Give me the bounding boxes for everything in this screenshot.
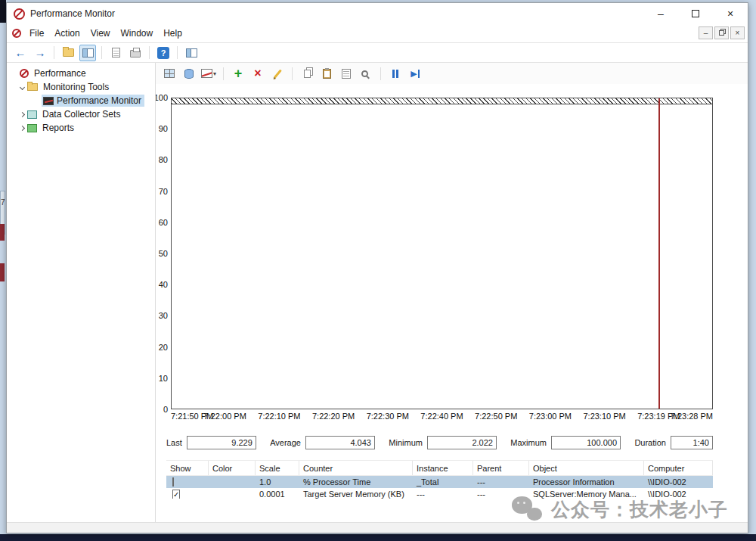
performance-root-icon	[20, 69, 29, 78]
back-button[interactable]: ←	[12, 45, 29, 61]
performance-monitor-window: Performance Monitor – × File Action View…	[6, 2, 748, 533]
mmc-child-window-controls: – ×	[699, 26, 745, 39]
chevron-right-icon[interactable]	[20, 111, 25, 117]
show-checkbox[interactable]: ✓	[172, 490, 180, 499]
taskbar-strip	[0, 534, 756, 541]
paste-counter-list-button[interactable]	[319, 65, 334, 82]
stat-value-box: 4.043	[305, 436, 375, 449]
magnifier-icon	[361, 70, 368, 77]
action-pane-icon	[186, 48, 197, 58]
background-artifact	[0, 224, 5, 241]
stat-value-box: 2.022	[427, 436, 497, 449]
x-tick: 7:22:00 PM	[204, 412, 246, 421]
tree-label: Monitoring Tools	[41, 81, 111, 93]
zoom-button[interactable]	[358, 65, 373, 82]
stat-label: Maximum	[510, 438, 547, 447]
up-level-button[interactable]	[60, 45, 76, 61]
menu-window[interactable]: Window	[116, 26, 159, 41]
object-cell: Processor Information	[529, 477, 644, 487]
toolbar-separator	[149, 46, 150, 59]
tree-item-data-collector-sets[interactable]: Data Collector Sets	[7, 107, 155, 121]
properties-button[interactable]	[339, 65, 354, 82]
pause-icon	[392, 70, 398, 78]
child-restore-button[interactable]	[714, 26, 729, 39]
y-tick: 0	[156, 405, 168, 414]
column-header[interactable]: Scale	[256, 461, 299, 475]
toolbar-separator	[101, 46, 102, 59]
view-current-activity-button[interactable]	[162, 65, 177, 82]
maximize-button[interactable]	[678, 3, 713, 24]
show-checkbox[interactable]	[172, 477, 174, 487]
child-minimize-button[interactable]: –	[699, 26, 713, 39]
y-tick: 20	[156, 343, 168, 352]
child-close-button[interactable]: ×	[730, 26, 745, 39]
toolbar-separator	[292, 67, 293, 80]
printer-icon	[130, 50, 141, 58]
instance-cell: _Total	[413, 477, 473, 487]
menu-help[interactable]: Help	[158, 26, 187, 41]
delete-icon: ×	[254, 67, 261, 79]
stat-label: Duration	[634, 438, 666, 447]
column-header[interactable]: Parent	[473, 461, 529, 475]
tree-label: Performance	[32, 67, 88, 79]
stat-average: Average 4.043	[270, 436, 375, 449]
toolbar-separator	[177, 46, 178, 59]
column-header[interactable]: Counter	[299, 461, 413, 475]
change-graph-type-button[interactable]: ▾	[201, 65, 216, 82]
computer-cell: \\IDIO-002	[644, 477, 713, 487]
title-bar: Performance Monitor – ×	[7, 3, 748, 24]
tree-item-performance[interactable]: Performance	[7, 67, 155, 80]
column-header[interactable]: Instance	[413, 461, 473, 475]
child-close-icon: ×	[736, 29, 740, 37]
counter-cell: % Processor Time	[299, 477, 413, 487]
y-tick: 40	[156, 280, 168, 289]
object-cell: SQLServer:Memory Mana...	[529, 490, 644, 499]
chevron-down-icon[interactable]	[20, 84, 25, 89]
tree-item-reports[interactable]: Reports	[7, 121, 155, 135]
update-data-button[interactable]: ▶	[407, 65, 423, 82]
show-hide-console-tree-button[interactable]	[79, 45, 96, 61]
help-button[interactable]: ?	[155, 45, 172, 61]
show-action-pane-button[interactable]	[183, 45, 200, 61]
chevron-right-icon[interactable]	[20, 125, 25, 130]
column-header[interactable]: Object	[529, 461, 644, 475]
freeze-display-button[interactable]	[388, 65, 403, 82]
monitoring-tools-folder-icon	[27, 83, 38, 91]
y-tick: 80	[156, 155, 168, 164]
performance-monitor-icon	[43, 97, 54, 105]
export-list-button[interactable]	[107, 45, 124, 61]
copy-properties-button[interactable]	[299, 65, 314, 82]
help-icon: ?	[157, 47, 169, 59]
counter-row-target-server-memory[interactable]: ✓ 0.0001 Target Server Memory (KB) --- -…	[166, 488, 713, 500]
menu-action[interactable]: Action	[49, 26, 85, 41]
column-header[interactable]: Show	[166, 461, 209, 475]
console-tree-pane: Performance Monitoring Tools Performance…	[7, 63, 156, 522]
x-tick: 7:22:20 PM	[312, 412, 355, 421]
menu-file[interactable]: File	[24, 26, 49, 41]
column-header[interactable]: Computer	[644, 461, 713, 475]
highlight-button[interactable]	[270, 65, 285, 82]
chart-plot[interactable]	[171, 98, 713, 409]
tree-label: Reports	[40, 122, 76, 134]
tree-item-monitoring-tools[interactable]: Monitoring Tools	[7, 80, 155, 94]
scale-cell: 0.0001	[256, 490, 299, 499]
close-button[interactable]: ×	[713, 3, 748, 24]
delete-counter-button[interactable]: ×	[250, 65, 265, 82]
tree-label: Performance Monitor	[57, 95, 141, 106]
instance-cell: ---	[413, 490, 473, 499]
menu-view[interactable]: View	[85, 26, 116, 41]
graph-type-icon	[201, 69, 212, 78]
minimize-icon: –	[658, 8, 664, 20]
desktop-corner	[0, 0, 6, 23]
x-tick: 7:22:10 PM	[258, 412, 300, 421]
view-log-data-button[interactable]	[181, 65, 197, 82]
column-header[interactable]: Color	[209, 461, 256, 475]
counter-row-processor-time[interactable]: 1.0 % Processor Time _Total --- Processo…	[166, 476, 713, 488]
scale-cell: 1.0	[256, 477, 299, 487]
add-counter-button[interactable]: +	[231, 65, 246, 82]
minimize-button[interactable]: –	[643, 3, 678, 24]
toolbar-separator	[223, 67, 224, 80]
print-button[interactable]	[127, 45, 144, 61]
tree-item-performance-monitor[interactable]: Performance Monitor	[7, 94, 155, 107]
forward-button[interactable]: →	[32, 45, 48, 61]
